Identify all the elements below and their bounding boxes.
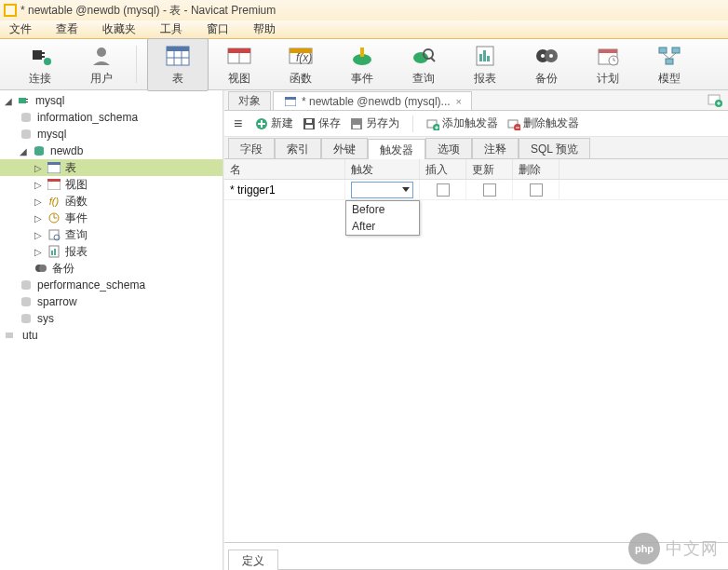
cell-trigger-name[interactable]: * trigger1 [224, 180, 345, 199]
action-saveas[interactable]: 另存为 [350, 115, 399, 131]
dropdown-option-after[interactable]: After [346, 218, 419, 235]
col-name[interactable]: 名 [224, 159, 345, 179]
col-delete[interactable]: 删除 [513, 159, 559, 179]
action-add-trigger[interactable]: 添加触发器 [426, 115, 498, 131]
col-update[interactable]: 更新 [466, 159, 513, 179]
backup-icon [516, 43, 577, 69]
svg-point-52 [34, 152, 44, 156]
svg-line-39 [663, 53, 669, 59]
tree-tables[interactable]: ▷ 表 [0, 159, 222, 176]
database-icon [19, 278, 34, 292]
toolbar-function[interactable]: f(x) 函数 [270, 39, 331, 90]
subtab-sql[interactable]: SQL 预览 [519, 138, 590, 158]
svg-point-46 [21, 118, 31, 122]
action-delete-trigger[interactable]: 删除触发器 [507, 115, 579, 131]
svg-rect-25 [483, 50, 486, 61]
menu-window[interactable]: 窗口 [201, 20, 235, 39]
tree-db-sparrow[interactable]: sparrow [0, 293, 222, 310]
saveas-icon [350, 117, 363, 130]
tree-db-newdb[interactable]: ◢ newdb [0, 142, 222, 159]
tree-db-mysql[interactable]: mysql [0, 126, 222, 142]
svg-point-28 [541, 54, 545, 58]
svg-rect-38 [666, 59, 673, 64]
tree-db-information-schema[interactable]: information_schema [0, 109, 222, 126]
event-icon [331, 43, 393, 69]
svg-rect-13 [228, 48, 250, 53]
toolbar-event[interactable]: 事件 [331, 39, 393, 90]
svg-rect-42 [26, 99, 28, 100]
delete-field-icon [507, 117, 520, 130]
tree-queries[interactable]: ▷ 查询 [0, 226, 222, 243]
dropdown-option-before[interactable]: Before [346, 201, 419, 218]
tree-backups[interactable]: 备份 [0, 260, 222, 277]
view-icon [47, 177, 61, 192]
subtab-fk[interactable]: 外键 [321, 138, 368, 158]
function-icon: f(x) [270, 43, 331, 69]
svg-point-72 [21, 303, 31, 306]
subtab-options[interactable]: 选项 [425, 138, 472, 158]
tree-functions[interactable]: ▷ f() 函数 [0, 193, 222, 210]
col-insert[interactable]: 插入 [420, 159, 466, 179]
menu-file[interactable]: 文件 [4, 20, 37, 39]
menu-favorites[interactable]: 收藏夹 [97, 20, 142, 39]
tree-db-sys[interactable]: sys [0, 310, 222, 327]
menu-help[interactable]: 帮助 [248, 20, 281, 39]
caret-right-icon: ▷ [34, 163, 43, 173]
tree-connection-utu[interactable]: utu [0, 327, 222, 344]
tab-objects[interactable]: 对象 [228, 91, 271, 110]
svg-rect-8 [167, 47, 189, 51]
caret-right-icon: ▷ [34, 247, 43, 257]
model-icon [639, 43, 700, 69]
tree-reports[interactable]: ▷ 报表 [0, 243, 222, 260]
svg-point-69 [21, 286, 31, 290]
caret-right-icon: ▷ [34, 230, 43, 240]
toolbar-user[interactable]: 用户 [71, 39, 132, 90]
menu-view[interactable]: 查看 [50, 20, 84, 39]
tree-db-performance-schema[interactable]: performance_schema [0, 277, 222, 293]
toolbar-connect[interactable]: 连接 [9, 39, 71, 90]
svg-point-6 [97, 48, 106, 57]
action-save[interactable]: 保存 [303, 115, 341, 131]
definition-tab[interactable]: 定义 [228, 550, 278, 570]
user-icon [71, 43, 132, 69]
svg-line-22 [431, 58, 435, 61]
tree-views[interactable]: ▷ 视图 [0, 176, 222, 193]
svg-rect-4 [42, 56, 45, 58]
svg-rect-1 [6, 6, 15, 15]
toolbar-view[interactable]: 视图 [209, 39, 270, 90]
toolbar-model[interactable]: 模型 [639, 39, 700, 90]
add-tab-icon[interactable] [708, 92, 722, 107]
action-new[interactable]: 新建 [255, 115, 293, 131]
cell-update-checkbox[interactable] [466, 180, 513, 199]
svg-rect-32 [599, 49, 617, 53]
event-icon [47, 210, 61, 225]
subtab-index[interactable]: 索引 [275, 138, 321, 158]
cell-delete-checkbox[interactable] [513, 180, 559, 199]
grid-row-1[interactable]: * trigger1 [224, 180, 728, 200]
cell-trigger-timing[interactable] [345, 180, 420, 199]
close-tab-icon[interactable]: × [456, 96, 462, 107]
menu-tools[interactable]: 工具 [155, 20, 188, 39]
dropdown-list: Before After [345, 200, 420, 236]
toolbar-report[interactable]: 报表 [454, 39, 516, 90]
toolbar-query[interactable]: 查询 [393, 39, 454, 90]
watermark: php 中文网 [628, 533, 719, 564]
toolbar-backup[interactable]: 备份 [516, 39, 577, 90]
tab-newtable[interactable]: * newtable @newdb (mysql)... × [273, 91, 472, 110]
watermark-text: 中文网 [666, 537, 719, 560]
cell-insert-checkbox[interactable] [420, 180, 466, 199]
subtab-comment[interactable]: 注释 [472, 138, 519, 158]
svg-rect-24 [479, 54, 482, 61]
svg-rect-43 [26, 102, 28, 102]
toolbar-table[interactable]: 表 [147, 38, 209, 91]
tree-events[interactable]: ▷ 事件 [0, 210, 222, 226]
subtab-fields[interactable]: 字段 [228, 138, 275, 158]
action-bar: ≡ 新建 保存 另存为 添加触发器 删除触发器 [224, 111, 728, 137]
trigger-timer-dropdown[interactable] [351, 182, 413, 198]
svg-rect-90 [353, 125, 360, 129]
subtab-trigger[interactable]: 触发器 [368, 139, 425, 159]
col-trigger[interactable]: 触发 [345, 159, 420, 179]
toolbar-plan[interactable]: 计划 [577, 39, 639, 90]
menu-icon[interactable]: ≡ [230, 115, 246, 132]
tree-connection-mysql[interactable]: ◢ mysql [0, 92, 222, 109]
